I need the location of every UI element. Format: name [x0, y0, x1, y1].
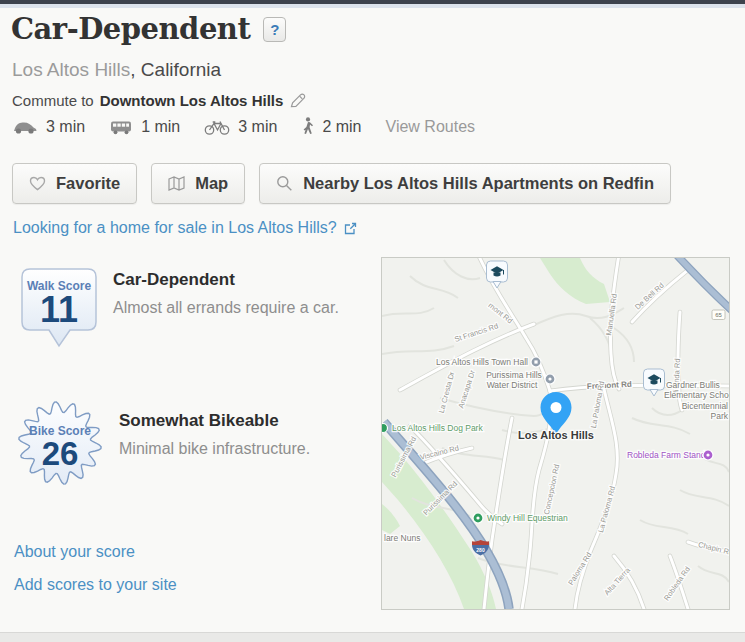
redfin-home-link[interactable]: Looking for a home for sale in Los Altos… [13, 219, 357, 237]
bus-time-label: 1 min [141, 118, 180, 136]
state-name: , California [130, 59, 221, 80]
walk-score-value: 11 [40, 289, 78, 330]
walk-score-badge: Walk Score 11 [18, 266, 102, 350]
farm-stand-marker[interactable] [703, 450, 713, 460]
town-hall-marker[interactable] [531, 357, 541, 367]
map-container[interactable]: 280 65 mont Rd St Francis Rd Los Altos H… [381, 257, 730, 610]
svg-text:Bicentennial: Bicentennial [682, 401, 728, 411]
footer-edge [0, 632, 745, 642]
page-title: Car-Dependent [11, 12, 250, 46]
bike-score-value: 26 [42, 435, 79, 472]
walk-time-item[interactable]: 2 min [301, 117, 361, 136]
bike-score-badge: Bike Score 26 [14, 394, 106, 492]
drive-time-item[interactable]: 3 min [12, 118, 85, 136]
svg-text:Robleda Farm Stand: Robleda Farm Stand [627, 450, 706, 460]
bike-score-section: Bike Score 26 Somewhat Bikeable Minimal … [14, 394, 310, 492]
top-accent-strip [0, 4, 745, 8]
svg-text:Park: Park [711, 411, 729, 421]
car-icon [12, 119, 38, 135]
svg-text:Water District: Water District [487, 380, 538, 390]
view-routes-link[interactable]: View Routes [386, 118, 476, 136]
external-link-icon [344, 222, 357, 235]
bike-score-description: Minimal bike infrastructure. [119, 440, 310, 458]
heart-icon [29, 176, 46, 191]
bike-time-item[interactable]: 3 min [204, 118, 277, 136]
map-label: Map [195, 174, 228, 193]
redfin-home-link-label: Looking for a home for sale in Los Altos… [13, 219, 337, 237]
pin-place-label: Los Altos Hills [518, 429, 594, 441]
svg-text:Purissima Hills: Purissima Hills [486, 370, 542, 380]
city-name: Los Altos Hills [12, 59, 130, 80]
search-icon [276, 175, 293, 192]
bike-time-label: 3 min [238, 118, 277, 136]
drive-time-label: 3 min [46, 118, 85, 136]
svg-text:Los Altos Hills Town Hall: Los Altos Hills Town Hall [436, 357, 528, 367]
svg-text:Gardner Bullis: Gardner Bullis [666, 380, 720, 390]
svg-text:lare Nuns: lare Nuns [384, 533, 420, 543]
favorite-label: Favorite [56, 174, 120, 193]
bus-time-item[interactable]: 1 min [109, 118, 180, 136]
edit-pencil-icon[interactable] [289, 92, 306, 109]
commute-times-row: 3 min 1 min 3 min 2 min [12, 117, 475, 136]
walk-score-section: Walk Score 11 Car-Dependent Almost all e… [18, 266, 339, 350]
bike-icon [204, 119, 230, 135]
bike-score-heading: Somewhat Bikeable [119, 411, 310, 431]
svg-text:65: 65 [715, 312, 722, 318]
action-buttons: Favorite Map Nearby Los Altos Hills Apar… [12, 163, 671, 204]
dog-park-marker[interactable] [382, 424, 388, 433]
route-badge: 65 [712, 310, 725, 320]
map-button[interactable]: Map [151, 163, 245, 204]
nearby-redfin-label: Nearby Los Altos Hills Apartments on Red… [303, 174, 654, 193]
walk-score-description: Almost all errands require a car. [113, 299, 339, 317]
walkscore-page: Car-Dependent ? Los Altos Hills, Califor… [0, 0, 745, 642]
equestrian-marker[interactable] [473, 513, 483, 523]
commute-prefix: Commute to [12, 92, 94, 109]
commute-line: Commute to Downtown Los Altos Hills [12, 92, 306, 109]
svg-text:Elementary School: Elementary School [664, 390, 729, 400]
svg-text:Los Altos Hills Dog Park: Los Altos Hills Dog Park [392, 423, 483, 433]
about-score-link[interactable]: About your score [14, 543, 135, 561]
embed-scores-link[interactable]: Add scores to your site [14, 576, 177, 594]
walk-time-label: 2 min [322, 118, 361, 136]
svg-text:Windy Hill Equestrian: Windy Hill Equestrian [487, 513, 568, 523]
help-button[interactable]: ? [263, 17, 286, 42]
location-subtitle: Los Altos Hills, California [12, 59, 221, 81]
commute-destination: Downtown Los Altos Hills [100, 92, 284, 109]
svg-text:280: 280 [476, 547, 485, 553]
walk-score-heading: Car-Dependent [113, 270, 339, 290]
walk-icon [301, 117, 314, 136]
map-icon [168, 176, 185, 191]
nearby-redfin-button[interactable]: Nearby Los Altos Hills Apartments on Red… [259, 163, 671, 204]
water-district-marker[interactable] [545, 374, 555, 384]
favorite-button[interactable]: Favorite [12, 163, 137, 204]
bus-icon [109, 119, 133, 135]
